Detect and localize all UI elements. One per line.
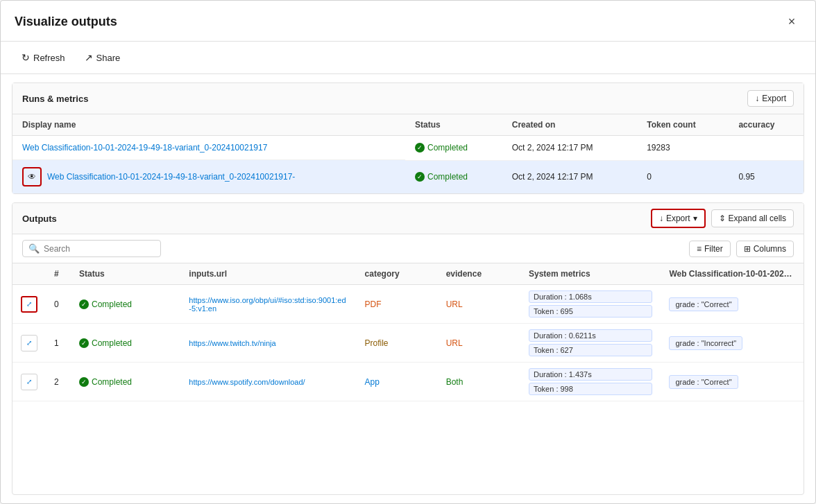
row-system-metrics: Duration : 1.437sToken : 998 bbox=[520, 363, 661, 401]
row-status: ✓Completed bbox=[71, 363, 180, 401]
url-link[interactable]: https://www.iso.org/obp/ui/#iso:std:iso:… bbox=[189, 296, 346, 313]
modal-title: Visualize outputs bbox=[15, 15, 117, 29]
row-category: App bbox=[357, 363, 438, 401]
col-system-metrics: System metrics bbox=[520, 263, 661, 285]
col-display-name: Display name bbox=[12, 114, 405, 136]
runs-row-display-name[interactable]: Web Classification-10-01-2024-19-49-18-v… bbox=[47, 172, 295, 182]
refresh-label: Refresh bbox=[33, 53, 65, 63]
expand-row-button[interactable]: ⤢ bbox=[21, 296, 37, 313]
share-icon: ↗ bbox=[85, 52, 93, 63]
toolbar: ↻ Refresh ↗ Share bbox=[1, 42, 815, 74]
row-category: Profile bbox=[357, 324, 438, 363]
row-url: https://www.twitch.tv/ninja bbox=[180, 324, 356, 363]
row-grade: grade : "Correct" bbox=[661, 363, 804, 401]
runs-table: Display name Status Created on Token cou… bbox=[12, 114, 804, 193]
runs-table-row[interactable]: Web Classification-10-01-2024-19-49-18-v… bbox=[12, 136, 804, 161]
runs-row-name-cell: 👁Web Classification-10-01-2024-19-49-18-… bbox=[12, 160, 405, 193]
runs-row-accuracy: 0.95 bbox=[729, 160, 804, 193]
filter-label: Filter bbox=[704, 244, 723, 254]
col-created-on: Created on bbox=[502, 114, 637, 136]
runs-row-token-count: 0 bbox=[637, 160, 729, 193]
outputs-actions: ↓ Export ▾ ⇕ Expand all cells bbox=[651, 209, 794, 228]
col-status: Status bbox=[405, 114, 502, 136]
row-url: https://www.spotify.com/download/ bbox=[180, 363, 356, 401]
runs-row-created-on: Oct 2, 2024 12:17 PM bbox=[502, 160, 637, 193]
outputs-header: Outputs ↓ Export ▾ ⇕ Expand all cells bbox=[12, 203, 804, 234]
filter-icon: ≡ bbox=[697, 244, 702, 254]
filter-columns-bar: ≡ Filter ⊞ Columns bbox=[689, 241, 794, 257]
url-link[interactable]: https://www.spotify.com/download/ bbox=[189, 378, 305, 386]
columns-icon: ⊞ bbox=[744, 244, 751, 254]
runs-metrics-section: Runs & metrics ↓ Export Display name Sta… bbox=[12, 82, 804, 194]
runs-section-title: Runs & metrics bbox=[22, 94, 88, 104]
row-system-metrics: Duration : 1.068sToken : 695 bbox=[520, 285, 661, 324]
expand-cell: ⤢ bbox=[12, 285, 46, 324]
runs-row-name-cell: Web Classification-10-01-2024-19-49-18-v… bbox=[12, 136, 405, 160]
expand-row-button[interactable]: ⤢ bbox=[21, 335, 37, 351]
outputs-export-button[interactable]: ↓ Export ▾ bbox=[651, 209, 706, 228]
share-label: Share bbox=[96, 53, 121, 63]
col-num: # bbox=[46, 263, 71, 285]
outputs-table: # Status inputs.url category evidence Sy… bbox=[12, 263, 804, 401]
close-button[interactable]: × bbox=[782, 12, 801, 31]
row-grade: grade : "Correct" bbox=[661, 285, 804, 324]
runs-export-label: Export bbox=[762, 94, 786, 103]
col-category: category bbox=[357, 263, 438, 285]
share-button[interactable]: ↗ Share bbox=[78, 49, 128, 67]
row-num: 0 bbox=[46, 285, 71, 324]
col-accuracy: accuracy bbox=[729, 114, 804, 136]
row-evidence: URL bbox=[438, 285, 520, 324]
outputs-table-wrap: # Status inputs.url category evidence Sy… bbox=[12, 263, 804, 494]
row-evidence: Both bbox=[438, 363, 520, 401]
runs-row-status: ✓Completed bbox=[405, 160, 502, 193]
runs-row-accuracy bbox=[729, 136, 804, 161]
table-row: ⤢0✓Completedhttps://www.iso.org/obp/ui/#… bbox=[12, 285, 804, 324]
row-status: ✓Completed bbox=[71, 285, 180, 324]
columns-label: Columns bbox=[754, 244, 786, 254]
expand-cell: ⤢ bbox=[12, 324, 46, 363]
row-category: PDF bbox=[357, 285, 438, 324]
expand-all-button[interactable]: ⇕ Expand all cells bbox=[711, 209, 794, 227]
col-evidence: evidence bbox=[438, 263, 520, 285]
row-status: ✓Completed bbox=[71, 324, 180, 363]
outputs-section: Outputs ↓ Export ▾ ⇕ Expand all cells 🔍 bbox=[12, 202, 804, 495]
export-icon: ↓ bbox=[659, 214, 663, 223]
runs-section-header: Runs & metrics ↓ Export bbox=[12, 83, 804, 114]
table-row: ⤢2✓Completedhttps://www.spotify.com/down… bbox=[12, 363, 804, 401]
col-inputs-url: inputs.url bbox=[180, 263, 356, 285]
expand-icon: ⇕ bbox=[719, 214, 726, 223]
refresh-button[interactable]: ↻ Refresh bbox=[15, 49, 72, 67]
search-input[interactable] bbox=[44, 244, 155, 254]
row-evidence: URL bbox=[438, 324, 520, 363]
expand-cell: ⤢ bbox=[12, 363, 46, 401]
search-box[interactable]: 🔍 bbox=[22, 240, 161, 257]
table-row: ⤢1✓Completedhttps://www.twitch.tv/ninjaP… bbox=[12, 324, 804, 363]
search-row: 🔍 ≡ Filter ⊞ Columns bbox=[12, 234, 804, 263]
outputs-title: Outputs bbox=[22, 214, 57, 224]
col-expand bbox=[12, 263, 46, 285]
filter-button[interactable]: ≡ Filter bbox=[689, 241, 731, 257]
expand-all-label: Expand all cells bbox=[729, 214, 786, 223]
runs-export-button[interactable]: ↓ Export bbox=[747, 90, 794, 107]
runs-row-display-name[interactable]: Web Classification-10-01-2024-19-49-18-v… bbox=[22, 143, 267, 153]
export-down-icon: ↓ bbox=[755, 94, 759, 103]
refresh-icon: ↻ bbox=[22, 52, 30, 63]
col-web-classification: Web Classification-10-01-2024-19-49-18-v… bbox=[661, 263, 804, 285]
search-icon: 🔍 bbox=[28, 243, 40, 254]
row-grade: grade : "Incorrect" bbox=[661, 324, 804, 363]
row-url: https://www.iso.org/obp/ui/#iso:std:iso:… bbox=[180, 285, 356, 324]
col-token-count: Token count bbox=[637, 114, 729, 136]
runs-row-token-count: 19283 bbox=[637, 136, 729, 161]
runs-row-status: ✓Completed bbox=[405, 136, 502, 161]
expand-row-button[interactable]: ⤢ bbox=[21, 374, 37, 390]
row-num: 2 bbox=[46, 363, 71, 401]
export-chevron-icon: ▾ bbox=[693, 214, 697, 223]
runs-table-row[interactable]: 👁Web Classification-10-01-2024-19-49-18-… bbox=[12, 160, 804, 193]
columns-button[interactable]: ⊞ Columns bbox=[736, 241, 794, 257]
url-link[interactable]: https://www.twitch.tv/ninja bbox=[189, 339, 275, 347]
row-system-metrics: Duration : 0.6211sToken : 627 bbox=[520, 324, 661, 363]
outputs-export-label: Export bbox=[666, 214, 690, 223]
eye-icon[interactable]: 👁 bbox=[22, 167, 42, 186]
runs-row-created-on: Oct 2, 2024 12:17 PM bbox=[502, 136, 637, 161]
col-status: Status bbox=[71, 263, 180, 285]
